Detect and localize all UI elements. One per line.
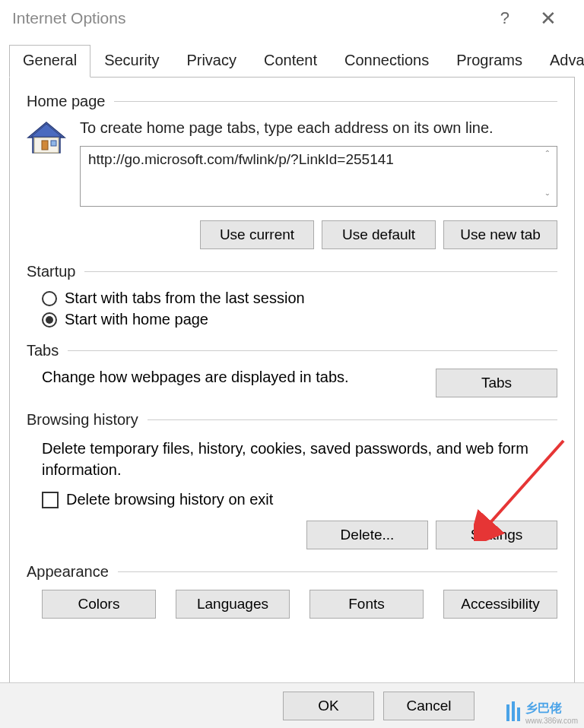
checkbox-label: Delete browsing history on exit bbox=[66, 491, 273, 508]
settings-button[interactable]: Settings bbox=[436, 521, 557, 549]
svg-rect-3 bbox=[42, 141, 48, 150]
svg-marker-2 bbox=[31, 124, 62, 137]
divider bbox=[68, 350, 557, 351]
scroll-down-icon[interactable]: ˇ bbox=[538, 192, 557, 204]
tab-panel: Home page To create home page tabs, type… bbox=[9, 78, 575, 685]
watermark-brand: 乡巴佬 bbox=[525, 701, 562, 714]
section-browsing-history: Browsing history Delete temporary files,… bbox=[27, 411, 557, 549]
divider bbox=[84, 271, 557, 272]
help-icon[interactable]: ? bbox=[500, 8, 509, 28]
tab-programs[interactable]: Programs bbox=[443, 45, 536, 78]
radio-icon bbox=[42, 312, 57, 328]
window-title: Internet Options bbox=[12, 9, 125, 27]
svg-rect-7 bbox=[512, 701, 515, 721]
radio-label: Start with home page bbox=[65, 311, 208, 328]
watermark-url: www.386w.com bbox=[525, 717, 578, 725]
tab-advanced[interactable]: Advanced bbox=[536, 45, 584, 78]
radio-home-page[interactable]: Start with home page bbox=[42, 311, 557, 328]
section-title-history: Browsing history bbox=[27, 411, 138, 429]
fonts-button[interactable]: Fonts bbox=[309, 590, 424, 619]
svg-rect-8 bbox=[517, 707, 520, 721]
textarea-scroll: ˆ ˇ bbox=[538, 146, 557, 207]
tab-row: General Security Privacy Content Connect… bbox=[9, 44, 575, 78]
tab-general[interactable]: General bbox=[9, 45, 90, 78]
svg-rect-4 bbox=[51, 141, 56, 146]
window-controls: ? ✕ bbox=[500, 7, 575, 30]
watermark: 乡巴佬 www.386w.com bbox=[504, 701, 578, 725]
use-current-button[interactable]: Use current bbox=[200, 220, 314, 249]
delete-on-exit-checkbox[interactable]: Delete browsing history on exit bbox=[42, 491, 557, 508]
section-appearance: Appearance Colors Languages Fonts Access… bbox=[27, 563, 557, 619]
tabs-button[interactable]: Tabs bbox=[436, 369, 557, 397]
section-title-appearance: Appearance bbox=[27, 563, 109, 581]
section-title-home: Home page bbox=[27, 93, 105, 110]
cancel-button[interactable]: Cancel bbox=[383, 692, 474, 720]
colors-button[interactable]: Colors bbox=[42, 590, 156, 619]
scroll-up-icon[interactable]: ˆ bbox=[538, 149, 557, 160]
home-instruction: To create home page tabs, type each addr… bbox=[80, 119, 557, 137]
checkbox-icon bbox=[42, 492, 59, 508]
tab-privacy[interactable]: Privacy bbox=[173, 45, 250, 78]
divider bbox=[114, 101, 557, 102]
delete-button[interactable]: Delete... bbox=[306, 521, 428, 549]
close-icon[interactable]: ✕ bbox=[540, 7, 557, 30]
radio-icon bbox=[42, 291, 57, 306]
tab-connections[interactable]: Connections bbox=[331, 45, 443, 78]
ok-button[interactable]: OK bbox=[283, 692, 374, 720]
use-new-tab-button[interactable]: Use new tab bbox=[443, 220, 557, 249]
languages-button[interactable]: Languages bbox=[176, 590, 290, 619]
svg-rect-6 bbox=[506, 704, 509, 721]
tabs-description: Change how webpages are displayed in tab… bbox=[42, 369, 421, 386]
section-home: Home page To create home page tabs, type… bbox=[27, 93, 557, 249]
radio-last-session[interactable]: Start with tabs from the last session bbox=[42, 290, 557, 307]
history-description: Delete temporary files, history, cookies… bbox=[42, 438, 557, 480]
home-icon bbox=[27, 121, 66, 156]
titlebar: Internet Options ? ✕ bbox=[0, 0, 584, 36]
use-default-button[interactable]: Use default bbox=[322, 220, 436, 249]
tab-security[interactable]: Security bbox=[90, 45, 173, 78]
section-title-tabs: Tabs bbox=[27, 342, 59, 359]
divider bbox=[118, 571, 557, 572]
dialog-footer: OK Cancel bbox=[0, 682, 584, 728]
divider bbox=[148, 419, 557, 420]
radio-label: Start with tabs from the last session bbox=[65, 290, 305, 307]
watermark-logo-icon bbox=[504, 701, 522, 724]
section-title-startup: Startup bbox=[27, 263, 75, 280]
home-address-input[interactable] bbox=[80, 146, 557, 207]
tab-content[interactable]: Content bbox=[250, 45, 331, 78]
section-tabs: Tabs Change how webpages are displayed i… bbox=[27, 342, 557, 397]
accessibility-button[interactable]: Accessibility bbox=[443, 590, 557, 619]
section-startup: Startup Start with tabs from the last se… bbox=[27, 263, 557, 328]
